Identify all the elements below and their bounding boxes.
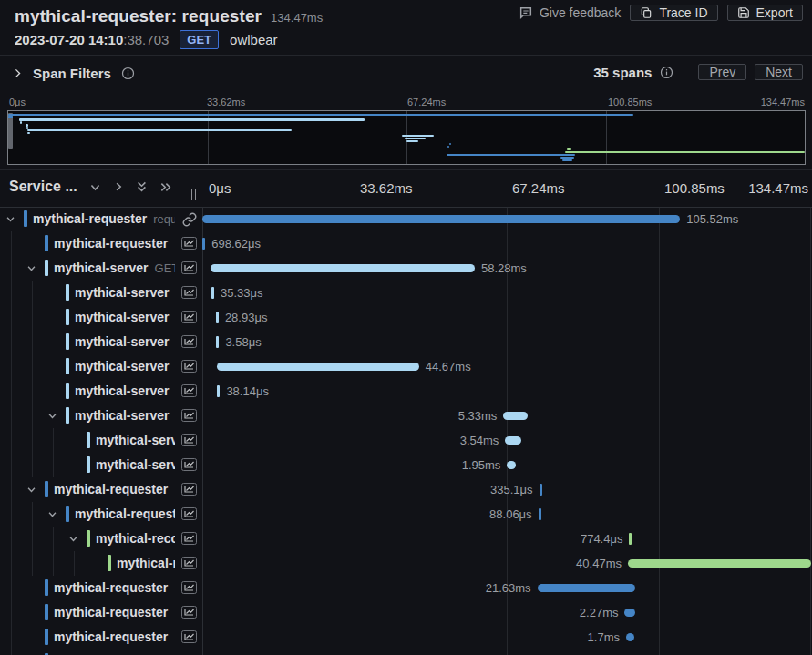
expand-chevron-icon[interactable] xyxy=(5,214,15,224)
span-row[interactable]: mythical-recorder40.47ms xyxy=(0,551,812,576)
prev-span-button[interactable]: Prev xyxy=(698,64,746,80)
span-service-name: mythical-requester xyxy=(54,236,168,251)
chevron-down-icon[interactable] xyxy=(89,181,101,193)
chart-icon[interactable] xyxy=(181,581,197,594)
span-service-name: mythical-requester xyxy=(54,629,168,644)
info-circle-icon[interactable] xyxy=(660,66,673,79)
chart-icon[interactable] xyxy=(181,434,197,446)
span-bar[interactable] xyxy=(538,584,635,592)
give-feedback-link[interactable]: Give feedback xyxy=(519,5,622,20)
span-color-indicator xyxy=(87,456,90,473)
span-bar[interactable] xyxy=(629,533,632,545)
chart-icon[interactable] xyxy=(181,311,197,323)
span-row[interactable]: mythical-requester335.1μs xyxy=(0,477,812,502)
span-bar[interactable] xyxy=(202,238,205,250)
span-bar[interactable] xyxy=(217,385,220,397)
span-service-name: mythical-server xyxy=(75,408,170,423)
chart-icon[interactable] xyxy=(181,458,197,471)
span-row[interactable]: mythical-server3.54ms xyxy=(0,428,812,453)
span-color-indicator xyxy=(66,333,69,350)
span-row[interactable]: mythical-server3.58μs xyxy=(0,330,812,354)
span-row[interactable]: mythical-server38.14μs xyxy=(0,379,812,404)
indent-guide xyxy=(32,428,33,453)
span-bar[interactable] xyxy=(628,559,811,568)
span-row[interactable]: mythical-requester88.06μs xyxy=(0,502,812,527)
minimap-tick: 134.47ms xyxy=(761,97,805,107)
span-bar[interactable] xyxy=(216,336,219,348)
chart-icon[interactable] xyxy=(181,360,197,373)
timeline-column-header: 67.24ms xyxy=(512,180,565,196)
indent-guide xyxy=(11,650,12,655)
span-bar[interactable] xyxy=(217,363,419,371)
span-row[interactable]: mythical-requester2.27ms xyxy=(0,600,812,625)
expand-chevron-icon[interactable] xyxy=(26,485,36,495)
chevron-right-icon[interactable] xyxy=(113,181,124,192)
span-filters-bar: Span Filters 35 spans Prev Next xyxy=(0,56,812,96)
span-table-header: Service ... 0μs 33.62ms 67.24ms 100.85ms… xyxy=(0,169,812,208)
span-bar[interactable] xyxy=(539,508,541,520)
expand-chevron-icon[interactable] xyxy=(47,509,57,519)
span-color-indicator xyxy=(66,506,69,522)
chart-icon[interactable] xyxy=(181,606,197,619)
next-span-button[interactable]: Next xyxy=(755,64,803,80)
span-filters-toggle[interactable]: Span Filters xyxy=(13,66,135,81)
span-bar[interactable] xyxy=(211,264,475,272)
chart-icon[interactable] xyxy=(181,409,197,422)
span-bar[interactable] xyxy=(505,436,521,445)
chart-icon[interactable] xyxy=(181,630,197,643)
span-row[interactable]: mythical-requester1.7ms xyxy=(0,625,812,650)
span-row[interactable]: mythical-recorder774.4μs xyxy=(0,527,812,551)
span-bar[interactable] xyxy=(503,412,527,420)
span-bar[interactable] xyxy=(540,484,542,496)
span-row[interactable]: mythical-requesterrequester105.52ms xyxy=(0,207,812,231)
expand-chevron-icon[interactable] xyxy=(47,411,57,421)
service-column-header[interactable]: Service ... xyxy=(9,179,77,195)
indent-guide xyxy=(32,453,33,477)
span-row[interactable]: mythical-server5.33ms xyxy=(0,404,812,428)
link-icon[interactable] xyxy=(182,212,197,227)
chart-icon[interactable] xyxy=(181,237,197,250)
save-icon xyxy=(737,6,750,19)
span-bar[interactable] xyxy=(624,609,634,617)
span-row[interactable]: mythical-server1.95ms xyxy=(0,453,812,477)
trace-id-button[interactable]: Trace ID xyxy=(630,5,717,21)
double-chevron-right-icon[interactable] xyxy=(159,181,172,193)
timeline-column-header: 0μs xyxy=(209,180,231,196)
span-bar[interactable] xyxy=(626,633,634,641)
span-color-indicator xyxy=(66,383,69,399)
minimap-span xyxy=(560,157,574,159)
indent-guide xyxy=(74,551,75,576)
export-button[interactable]: Export xyxy=(727,5,803,21)
span-duration-label: 774.4μs xyxy=(581,532,623,546)
minimap-drag-handle[interactable] xyxy=(8,113,13,149)
chart-icon[interactable] xyxy=(181,483,197,496)
chart-icon[interactable] xyxy=(181,532,197,545)
span-row[interactable]: mythical-server28.93μs xyxy=(0,305,812,330)
chart-icon[interactable] xyxy=(181,335,197,348)
span-service-name: mythical-recorder xyxy=(117,556,175,570)
span-bar[interactable] xyxy=(507,461,516,469)
minimap-span xyxy=(565,151,805,153)
span-row[interactable]: mythical-serverGET58.28ms xyxy=(0,256,812,281)
span-duration-label: 58.28ms xyxy=(481,261,527,275)
span-bar[interactable] xyxy=(211,287,214,299)
chart-icon[interactable] xyxy=(181,286,197,299)
double-chevron-down-icon[interactable] xyxy=(136,180,148,193)
span-row[interactable]: mythical-requester xyxy=(0,650,812,655)
span-row[interactable]: mythical-requester21.63ms xyxy=(0,576,812,600)
span-row[interactable]: mythical-server44.67ms xyxy=(0,354,812,379)
minimap-viewport[interactable] xyxy=(7,110,806,165)
expand-chevron-icon[interactable] xyxy=(26,263,36,273)
column-resize-handle[interactable] xyxy=(191,189,196,200)
span-bar[interactable] xyxy=(202,215,680,223)
expand-chevron-icon[interactable] xyxy=(68,534,78,544)
chart-icon[interactable] xyxy=(181,261,197,274)
chart-icon[interactable] xyxy=(181,557,197,569)
info-circle-icon[interactable] xyxy=(121,67,135,80)
span-row[interactable]: mythical-server35.33μs xyxy=(0,281,812,305)
span-color-indicator xyxy=(45,235,48,251)
chart-icon[interactable] xyxy=(181,384,197,397)
span-bar[interactable] xyxy=(216,312,219,323)
span-row[interactable]: mythical-requester698.62μs xyxy=(0,231,812,256)
chart-icon[interactable] xyxy=(181,507,197,520)
